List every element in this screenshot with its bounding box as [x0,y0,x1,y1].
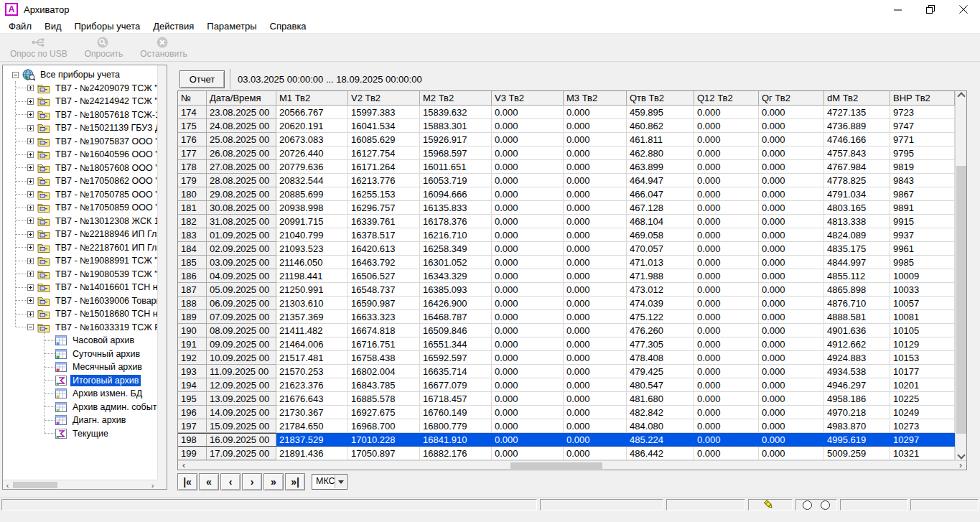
date-cell[interactable]: 12.09.2025 00 [207,378,276,392]
row-number-cell[interactable]: 181 [178,201,207,215]
data-cell[interactable]: 9961 [890,242,955,256]
tree-device-9[interactable]: ТВ7 - №17050785 ООО "СК [3,188,157,202]
tree-archive-3[interactable]: Месячный архив [3,360,157,374]
table-row[interactable]: 19311.09.2025 0021570.25316802.00416635.… [178,365,955,378]
data-cell[interactable]: 9985 [890,256,955,269]
data-cell[interactable]: 16760.149 [420,406,492,419]
data-cell[interactable]: 4888.581 [824,310,890,324]
data-cell[interactable]: 16548.737 [348,283,420,297]
data-cell[interactable]: 16343.329 [420,269,492,283]
data-cell[interactable]: 0.000 [492,419,564,433]
tree-device-9-expander-icon[interactable] [27,191,34,197]
data-cell[interactable]: 16255.153 [348,187,420,201]
data-cell[interactable]: 461.811 [627,133,694,146]
data-cell[interactable]: 0.000 [492,201,564,215]
data-cell[interactable]: 4946.297 [824,378,890,392]
table-row[interactable]: 18503.09.2025 0021146.05016463.79216301.… [178,256,955,269]
data-cell[interactable]: 0.000 [759,106,824,119]
data-cell[interactable]: 0.000 [694,133,759,146]
data-cell[interactable]: 0.000 [564,310,627,324]
date-cell[interactable]: 01.09.2025 00 [207,228,276,242]
data-cell[interactable]: 0.000 [694,187,759,201]
data-cell[interactable]: 0.000 [564,215,627,228]
data-cell[interactable]: 4844.997 [824,256,890,269]
data-cell[interactable]: 0.000 [759,337,824,351]
data-cell[interactable]: 20938.998 [276,201,348,215]
data-cell[interactable]: 0.000 [694,310,759,324]
data-cell[interactable]: 16677.079 [420,378,492,392]
close-button[interactable] [947,0,980,19]
data-cell[interactable]: 0.000 [492,324,564,337]
row-number-cell[interactable]: 179 [178,174,207,187]
row-number-cell[interactable]: 175 [178,119,207,133]
data-cell[interactable]: 0.000 [492,447,564,460]
grid-horizontal-scrollbar[interactable]: ‹ › [178,460,966,470]
data-cell[interactable]: 0.000 [492,228,564,242]
tree-device-17[interactable]: ТВ7 - №16039006 Товарище [3,294,157,308]
data-cell[interactable]: 10081 [890,310,955,324]
data-cell[interactable]: 16135.833 [420,201,492,215]
data-cell[interactable]: 471.988 [627,269,694,283]
data-cell[interactable]: 0.000 [694,269,759,283]
tree-device-12-expander-icon[interactable] [27,231,34,238]
tree-root-all-devices[interactable]: Все приборы учета [3,68,157,82]
data-cell[interactable]: 0.000 [492,174,564,187]
data-cell[interactable]: 16085.629 [348,133,420,146]
data-cell[interactable]: 0.000 [564,146,627,160]
data-cell[interactable]: 0.000 [564,324,627,337]
data-cell[interactable]: 0.000 [694,337,759,351]
data-cell[interactable]: 4767.984 [824,160,890,174]
nav-prev-page-button[interactable]: ‹ [220,473,241,490]
data-cell[interactable]: 0.000 [759,256,824,269]
column-header-8[interactable]: Qтв Тв2 [627,91,694,106]
data-cell[interactable]: 20566.767 [276,106,348,119]
data-cell[interactable]: 0.000 [492,119,564,133]
tree-device-5-expander-icon[interactable] [27,138,34,144]
data-cell[interactable]: 0.000 [694,160,759,174]
table-row[interactable]: 18029.08.2025 0020885.69916255.15316094.… [178,187,955,201]
data-cell[interactable]: 0.000 [759,447,824,460]
row-number-cell[interactable]: 185 [178,256,207,269]
date-cell[interactable]: 05.09.2025 00 [207,283,276,297]
table-row[interactable]: 19412.09.2025 0021623.37616843.78516677.… [178,378,955,392]
data-cell[interactable]: 16592.597 [420,351,492,365]
data-cell[interactable]: 20991.715 [276,215,348,228]
data-cell[interactable]: 0.000 [759,269,824,283]
data-cell[interactable]: 0.000 [564,365,627,378]
tree-device-14[interactable]: ТВ7 - №19088991 ТСЖ "Вос [3,254,157,268]
column-header-7[interactable]: М3 Тв2 [564,91,627,106]
nav-first-page-button[interactable]: |« [177,473,197,490]
data-cell[interactable]: 468.104 [627,215,694,228]
grid-scroll-left-icon[interactable]: ‹ [179,460,188,470]
data-cell[interactable]: 0.000 [694,119,759,133]
row-number-cell[interactable]: 186 [178,269,207,283]
data-cell[interactable]: 0.000 [759,187,824,201]
grid-hscroll-thumb[interactable] [510,462,602,469]
data-cell[interactable]: 4970.218 [824,406,890,419]
table-row[interactable]: 17726.08.2025 0020726.44016127.75415968.… [178,146,955,160]
data-cell[interactable]: 10249 [890,406,955,419]
data-cell[interactable]: 482.842 [627,406,694,419]
date-cell[interactable]: 28.08.2025 00 [207,174,276,187]
menu-item-6[interactable]: Справка [263,19,313,33]
data-cell[interactable]: 0.000 [492,256,564,269]
restore-button[interactable] [914,0,947,19]
data-cell[interactable]: 0.000 [759,351,824,365]
data-cell[interactable]: 0.000 [694,174,759,187]
date-cell[interactable]: 27.08.2025 00 [207,160,276,174]
table-row[interactable]: 19008.09.2025 0021411.48216674.81816509.… [178,324,955,337]
data-cell[interactable]: 0.000 [564,256,627,269]
data-cell[interactable]: 0.000 [759,324,824,337]
data-cell[interactable]: 20620.191 [276,119,348,133]
data-cell[interactable]: 0.000 [694,378,759,392]
table-row[interactable]: 18231.08.2025 0020991.71516339.76116178.… [178,215,955,228]
data-cell[interactable]: 0.000 [759,406,824,419]
column-header-10[interactable]: Qг Тв2 [759,91,824,106]
date-cell[interactable]: 11.09.2025 00 [207,365,276,378]
data-cell[interactable]: 21357.369 [276,310,348,324]
data-cell[interactable]: 0.000 [564,351,627,365]
data-cell[interactable]: 16041.534 [348,119,420,133]
date-cell[interactable]: 04.09.2025 00 [207,269,276,283]
chevron-down-icon[interactable] [335,475,346,488]
data-cell[interactable]: 0.000 [694,324,759,337]
